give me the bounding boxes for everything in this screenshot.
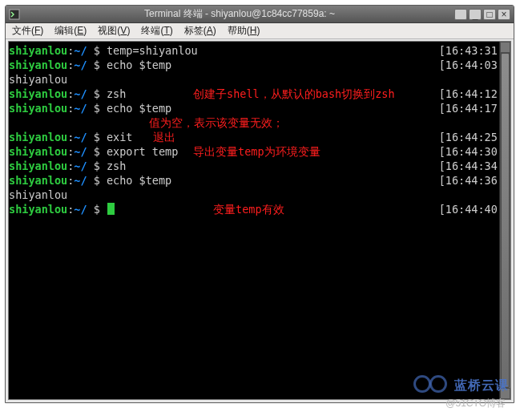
prompt-host: shiyanlou xyxy=(9,131,67,143)
terminal-line: shiyanlou xyxy=(9,72,510,87)
command-text: echo $temp xyxy=(100,59,171,71)
command-text: zsh xyxy=(100,87,127,100)
prompt-host: shiyanlou xyxy=(9,145,67,158)
terminal-line: shiyanlou:~/ $ echo $temp[16:44:03] xyxy=(9,58,510,72)
prompt-dollar: $ xyxy=(87,174,100,187)
prompt-path: ~/ xyxy=(74,160,87,172)
terminal-window: Terminal 终端 - shiyanlou@1c84cc77859a: ~ … xyxy=(5,5,514,403)
prompt-dollar: $ xyxy=(87,44,100,57)
prompt-host: shiyanlou xyxy=(9,160,67,172)
prompt-dollar: $ xyxy=(87,145,100,158)
terminal-line: shiyanlou:~/ $ zsh[16:44:34] xyxy=(9,159,510,173)
prompt-dollar: $ xyxy=(87,203,100,216)
menubar: 文件(F)编辑(E)视图(V)终端(T)标签(A)帮助(H) xyxy=(6,23,514,39)
command-text: echo $temp xyxy=(100,102,171,115)
prompt-host: shiyanlou xyxy=(9,203,67,216)
prompt-path: ~/ xyxy=(74,44,87,57)
prompt-dollar: $ xyxy=(87,102,100,115)
menu-item-0[interactable]: 文件(F) xyxy=(12,24,43,38)
maximize-button[interactable]: □ xyxy=(483,9,496,20)
prompt-path: ~/ xyxy=(74,203,87,216)
terminal-line: shiyanlou:~/ $ temp=shiyanlou[16:43:31] xyxy=(9,43,510,58)
brand-ring-icon xyxy=(429,375,447,393)
timestamp: [16:44:34] xyxy=(439,159,504,173)
terminal-line: shiyanlou:~/ $ echo $temp[16:44:36] xyxy=(9,173,510,188)
close-button[interactable]: × xyxy=(498,9,510,20)
prompt-path: ~/ xyxy=(74,87,87,100)
scroll-thumb[interactable] xyxy=(501,53,510,388)
terminal-line: shiyanlou:~/ $ exit[16:44:25]退出 xyxy=(9,130,510,144)
terminal-viewport[interactable]: shiyanlou:~/ $ temp=shiyanlou[16:43:31]s… xyxy=(8,41,511,400)
menu-item-1[interactable]: 编辑(E) xyxy=(54,24,87,38)
output-text: shiyanlou xyxy=(9,73,67,86)
terminal-line: shiyanlou:~/ $ [16:44:40]变量temp有效 xyxy=(9,202,510,216)
command-text: export temp xyxy=(100,145,179,158)
prompt-host: shiyanlou xyxy=(9,174,67,187)
timestamp: [16:44:25] xyxy=(439,130,504,144)
annotation: 退出 xyxy=(153,130,175,144)
prompt-host: shiyanlou xyxy=(9,102,67,115)
prompt-path: ~/ xyxy=(74,59,87,71)
window-controls: _ □ × xyxy=(454,9,510,20)
prompt-dollar: $ xyxy=(87,59,100,71)
titlebar[interactable]: Terminal 终端 - shiyanlou@1c84cc77859a: ~ … xyxy=(6,6,514,23)
minimize-button[interactable]: _ xyxy=(469,9,482,20)
svg-rect-0 xyxy=(10,10,19,19)
cursor xyxy=(107,203,115,215)
command-text: exit xyxy=(100,131,133,143)
menu-item-3[interactable]: 终端(T) xyxy=(141,24,172,38)
timestamp: [16:43:31] xyxy=(439,43,504,58)
menu-item-4[interactable]: 标签(A) xyxy=(184,24,216,38)
prompt-dollar: $ xyxy=(87,131,100,143)
timestamp: [16:44:40] xyxy=(439,202,504,216)
prompt-path: ~/ xyxy=(74,145,87,158)
output-text: shiyanlou xyxy=(9,188,67,201)
scroll-up-button[interactable] xyxy=(500,42,510,53)
terminal-line: 值为空，表示该变量无效； xyxy=(9,115,510,130)
footer-watermark: @51CTO博客 xyxy=(445,397,506,410)
terminal-line: shiyanlou xyxy=(9,188,510,202)
prompt-dollar: $ xyxy=(87,87,100,100)
terminal-line: shiyanlou:~/ $ zsh[16:44:12]创建子shell，从默认… xyxy=(9,87,510,101)
spacer-button[interactable] xyxy=(454,9,467,20)
command-text: temp=shiyanlou xyxy=(100,44,198,57)
scrollbar[interactable] xyxy=(499,42,510,399)
timestamp: [16:44:12] xyxy=(439,87,504,101)
annotation: 导出变量temp为环境变量 xyxy=(193,144,320,159)
brand-text: 蓝桥云课 xyxy=(454,378,509,392)
timestamp: [16:44:36] xyxy=(439,173,504,188)
prompt-path: ~/ xyxy=(74,174,87,187)
prompt-host: shiyanlou xyxy=(9,44,67,57)
prompt-host: shiyanlou xyxy=(9,59,67,71)
prompt-host: shiyanlou xyxy=(9,87,67,100)
annotation: 创建子shell，从默认的bash切换到zsh xyxy=(193,87,395,101)
terminal-line: shiyanlou:~/ $ echo $temp[16:44:17] xyxy=(9,101,510,115)
timestamp: [16:44:03] xyxy=(439,58,504,72)
terminal-line: shiyanlou:~/ $ export temp[16:44:30]导出变量… xyxy=(9,144,510,159)
brand-watermark: 蓝桥云课 xyxy=(413,375,509,394)
timestamp: [16:44:17] xyxy=(439,101,504,115)
terminal-icon xyxy=(9,9,20,20)
menu-item-2[interactable]: 视图(V) xyxy=(98,24,130,38)
timestamp: [16:44:30] xyxy=(439,144,504,159)
scroll-track[interactable] xyxy=(500,53,510,388)
prompt-path: ~/ xyxy=(74,102,87,115)
window-title: Terminal 终端 - shiyanlou@1c84cc77859a: ~ xyxy=(25,7,454,21)
prompt-dollar: $ xyxy=(87,160,100,172)
menu-item-5[interactable]: 帮助(H) xyxy=(228,24,260,38)
prompt-path: ~/ xyxy=(74,131,87,143)
command-text: echo $temp xyxy=(100,174,171,187)
brand-ring-icon xyxy=(413,375,431,393)
annotation: 变量temp有效 xyxy=(213,202,284,216)
command-text xyxy=(100,203,107,216)
annotation: 值为空，表示该变量无效； xyxy=(149,115,284,130)
command-text: zsh xyxy=(100,160,127,172)
